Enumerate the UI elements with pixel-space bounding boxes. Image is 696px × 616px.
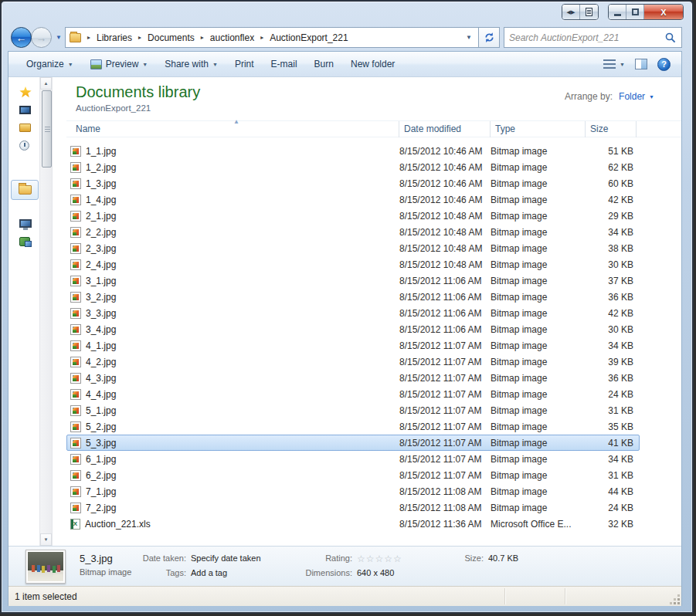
column-header-type[interactable]: Type [490, 121, 585, 137]
change-view-button[interactable]: ▼ [603, 59, 625, 69]
sidebar-item-libraries[interactable] [11, 180, 39, 200]
clipboard-button[interactable] [580, 5, 598, 19]
file-row[interactable]: 3_3.jpg8/15/2012 11:06 AMBitmap image42 … [66, 305, 640, 321]
file-row[interactable]: 1_3.jpg8/15/2012 10:46 AMBitmap image60 … [66, 175, 640, 191]
file-row[interactable]: 4_2.jpg8/15/2012 11:07 AMBitmap image39 … [66, 354, 640, 370]
scroll-down-button[interactable]: ▼ [40, 533, 52, 546]
file-row[interactable]: 5_2.jpg8/15/2012 11:07 AMBitmap image35 … [66, 418, 640, 435]
file-name: 3_2.jpg [86, 292, 116, 303]
file-row[interactable]: 3_4.jpg8/15/2012 11:06 AMBitmap image30 … [66, 321, 640, 337]
date-taken-label: Date taken: [70, 553, 186, 563]
sort-ascending-icon: ▲ [233, 118, 239, 125]
minimize-icon [614, 14, 621, 16]
star-empty-icon[interactable]: ☆ [366, 553, 375, 564]
sidebar-item-computer[interactable] [19, 217, 35, 230]
file-row[interactable]: 4_3.jpg8/15/2012 11:07 AMBitmap image36 … [66, 370, 640, 386]
file-row[interactable]: 2_1.jpg8/15/2012 10:48 AMBitmap image29 … [66, 208, 640, 224]
sidebar-item-desktop[interactable] [19, 103, 35, 117]
sidebar-item-downloads[interactable] [19, 121, 35, 134]
file-row[interactable]: 6_1.jpg8/15/2012 11:07 AMBitmap image34 … [66, 451, 640, 467]
file-row[interactable]: 7_2.jpg8/15/2012 11:08 AMBitmap image24 … [66, 499, 640, 516]
date-taken-value[interactable]: Specify date taken [191, 553, 261, 563]
address-bar: ← → ▼ ▸Libraries▸Documents▸auctionflex▸A… [9, 27, 684, 48]
breadcrumb-item-auctionexport_221[interactable]: AuctionExport_221 [268, 30, 349, 46]
file-row[interactable]: 2_4.jpg8/15/2012 10:48 AMBitmap image30 … [66, 256, 640, 272]
file-row[interactable]: 1_1.jpg8/15/2012 10:46 AMBitmap image51 … [66, 143, 640, 159]
file-size: 24 KB [586, 389, 637, 400]
file-row[interactable]: 3_1.jpg8/15/2012 11:06 AMBitmap image37 … [66, 272, 640, 289]
file-type: Bitmap image [491, 503, 586, 513]
file-row[interactable]: 1_2.jpg8/15/2012 10:46 AMBitmap image62 … [66, 159, 640, 175]
file-row[interactable]: 2_3.jpg8/15/2012 10:48 AMBitmap image38 … [66, 240, 640, 256]
file-row[interactable]: 4_1.jpg8/15/2012 11:07 AMBitmap image34 … [66, 337, 640, 354]
star-empty-icon[interactable]: ☆ [375, 553, 385, 564]
file-row[interactable]: 5_3.jpg8/15/2012 11:07 AMBitmap image41 … [66, 435, 640, 451]
search-icon[interactable] [665, 32, 676, 43]
breadcrumb-item-auctionflex[interactable]: auctionflex [209, 30, 256, 46]
sidebar-scrollbar[interactable]: ▲ ▼ [39, 77, 53, 546]
image-file-icon [70, 308, 81, 319]
scrollbar-thumb[interactable] [42, 90, 52, 168]
back-button[interactable]: ← [11, 27, 32, 48]
sidebar-item-recent-places[interactable] [19, 139, 35, 152]
arrange-by-label: Arrange by: [565, 91, 613, 102]
file-row[interactable]: 4_4.jpg8/15/2012 11:07 AMBitmap image24 … [66, 386, 640, 402]
rating-stars[interactable]: ☆☆☆☆☆ [357, 553, 402, 564]
file-size: 42 KB [586, 308, 637, 319]
toolbar-print-button[interactable]: Print [226, 55, 263, 73]
file-type: Bitmap image [491, 421, 586, 432]
toolbar-organize-button[interactable]: Organize▼ [18, 55, 82, 73]
file-name: 4_2.jpg [86, 357, 116, 367]
preview-pane-toggle-button[interactable] [635, 59, 647, 69]
close-button[interactable]: X [644, 5, 683, 19]
star-empty-icon[interactable]: ☆ [357, 553, 366, 564]
file-name: 2_1.jpg [86, 211, 116, 222]
toolbar-new-folder-button[interactable]: New folder [342, 55, 403, 73]
file-row[interactable]: 6_2.jpg8/15/2012 11:07 AMBitmap image31 … [66, 467, 640, 483]
image-file-icon [70, 324, 81, 335]
column-header-name[interactable]: Name [66, 121, 399, 137]
toolbar-share-with-button[interactable]: Share with▼ [156, 55, 226, 73]
library-subtitle: AuctionExport_221 [76, 103, 151, 113]
tags-value[interactable]: Add a tag [191, 568, 227, 577]
switch-display-button[interactable]: ◀▶ [562, 5, 580, 19]
file-size: 39 KB [586, 357, 637, 367]
sidebar-item-favorites[interactable] [19, 86, 35, 99]
file-row[interactable]: 7_1.jpg8/15/2012 11:08 AMBitmap image44 … [66, 483, 640, 499]
toolbar-burn-button[interactable]: Burn [306, 55, 342, 73]
column-header-size[interactable]: Size [585, 121, 636, 137]
image-file-icon [70, 503, 81, 513]
breadcrumb[interactable]: ▸Libraries▸Documents▸auctionflex▸Auction… [65, 27, 479, 48]
search-input[interactable] [504, 32, 665, 43]
file-type: Bitmap image [491, 324, 586, 335]
toolbar-e-mail-button[interactable]: E-mail [263, 55, 306, 73]
dimensions-label: Dimensions: [263, 568, 352, 577]
file-row[interactable]: XAuction_221.xls8/15/2012 11:36 AMMicros… [66, 516, 640, 532]
file-date-modified: 8/15/2012 11:08 AM [399, 503, 491, 513]
minimize-button[interactable] [609, 5, 626, 19]
arrange-by-dropdown[interactable]: Folder ▼ [619, 91, 654, 102]
image-file-icon [70, 357, 81, 367]
forward-button[interactable]: → [31, 27, 52, 48]
recent-pages-dropdown[interactable]: ▼ [56, 34, 62, 41]
breadcrumb-item-documents[interactable]: Documents [146, 30, 196, 46]
restore-button[interactable] [626, 5, 644, 19]
file-row[interactable]: 5_1.jpg8/15/2012 11:07 AMBitmap image31 … [66, 402, 640, 418]
column-header-date-modified[interactable]: Date modified [399, 121, 490, 137]
file-row[interactable]: 3_2.jpg8/15/2012 11:06 AMBitmap image36 … [66, 289, 640, 305]
sidebar-item-network[interactable] [19, 235, 35, 248]
file-row[interactable]: 2_2.jpg8/15/2012 10:48 AMBitmap image34 … [66, 224, 640, 240]
file-name-cell: 4_4.jpg [67, 389, 399, 400]
help-button[interactable]: ? [657, 58, 671, 71]
file-row[interactable]: 1_4.jpg8/15/2012 10:46 AMBitmap image42 … [66, 191, 640, 208]
scroll-up-button[interactable]: ▲ [40, 77, 52, 90]
address-dropdown-icon[interactable]: ▼ [466, 34, 472, 41]
toolbar-preview-button[interactable]: Preview▼ [82, 55, 157, 73]
file-name: 1_4.jpg [86, 195, 116, 205]
star-empty-icon[interactable]: ☆ [393, 553, 402, 564]
breadcrumb-item-libraries[interactable]: Libraries [95, 30, 134, 46]
resize-grip[interactable] [677, 602, 680, 604]
file-date-modified: 8/15/2012 11:07 AM [399, 340, 491, 351]
star-empty-icon[interactable]: ☆ [384, 553, 393, 564]
refresh-button[interactable] [479, 27, 500, 48]
